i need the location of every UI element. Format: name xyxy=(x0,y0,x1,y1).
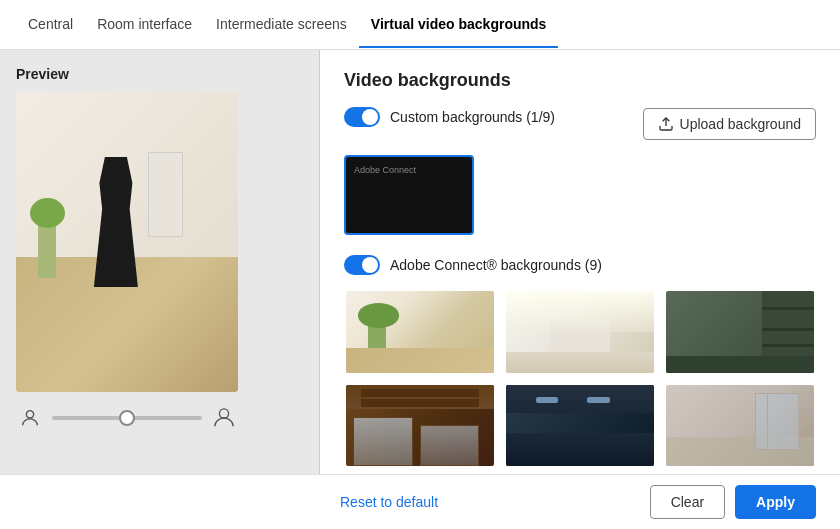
custom-bg-toggle[interactable] xyxy=(344,107,380,127)
bg-thumbnail-6[interactable] xyxy=(664,383,816,469)
tab-bar: Central Room interface Intermediate scre… xyxy=(0,0,840,50)
apply-button[interactable]: Apply xyxy=(735,485,816,519)
upload-button-label: Upload background xyxy=(680,116,801,132)
size-slider-thumb xyxy=(119,410,135,426)
custom-bg-toggle-track xyxy=(344,107,380,127)
tab-intermediate-screens[interactable]: Intermediate screens xyxy=(204,2,359,48)
custom-bg-thumb-label: Adobe Connect xyxy=(354,165,416,175)
svg-point-1 xyxy=(219,409,228,418)
tab-room-interface[interactable]: Room interface xyxy=(85,2,204,48)
adobe-bg-label: Adobe Connect® backgrounds (9) xyxy=(390,257,602,273)
bg-thumbnail-3[interactable] xyxy=(664,289,816,375)
adobe-bg-toggle-row: Adobe Connect® backgrounds (9) xyxy=(344,255,816,275)
avatar-large-icon[interactable] xyxy=(210,404,238,432)
bottom-bar: Reset to default Clear Apply xyxy=(0,474,840,529)
preview-controls xyxy=(16,404,238,432)
preview-label: Preview xyxy=(16,66,69,82)
bg-thumbnail-4[interactable] xyxy=(344,383,496,469)
upload-icon xyxy=(658,116,674,132)
upload-background-button[interactable]: Upload background xyxy=(643,108,816,140)
avatar-small-icon[interactable] xyxy=(16,404,44,432)
bg-thumbnail-1[interactable] xyxy=(344,289,496,375)
adobe-bg-toggle-track xyxy=(344,255,380,275)
custom-bg-toggle-row: Custom backgrounds (1/9) xyxy=(344,107,555,127)
preview-door xyxy=(148,152,183,237)
tab-central[interactable]: Central xyxy=(16,2,85,48)
custom-bg-thumbnail[interactable]: Adobe Connect xyxy=(344,155,474,235)
clear-button[interactable]: Clear xyxy=(650,485,725,519)
main-layout: Preview xyxy=(0,50,840,529)
custom-bg-label: Custom backgrounds (1/9) xyxy=(390,109,555,125)
bg-thumbnail-2[interactable] xyxy=(504,289,656,375)
right-panel-scroll: Video backgrounds Custom backgrounds (1/… xyxy=(344,70,816,529)
tab-virtual-video-backgrounds[interactable]: Virtual video backgrounds xyxy=(359,2,559,48)
preview-image xyxy=(16,92,238,392)
size-slider[interactable] xyxy=(52,416,202,420)
action-buttons: Clear Apply xyxy=(650,485,816,519)
right-panel: Video backgrounds Custom backgrounds (1/… xyxy=(320,50,840,529)
svg-point-0 xyxy=(26,411,33,418)
backgrounds-grid xyxy=(344,289,816,468)
left-panel: Preview xyxy=(0,50,320,529)
section-title: Video backgrounds xyxy=(344,70,816,91)
bg-thumbnail-5[interactable] xyxy=(504,383,656,469)
reset-to-default-link[interactable]: Reset to default xyxy=(340,494,438,510)
preview-plant xyxy=(38,218,56,278)
custom-bg-row: Custom backgrounds (1/9) Upload backgrou… xyxy=(344,107,816,141)
adobe-bg-toggle[interactable] xyxy=(344,255,380,275)
